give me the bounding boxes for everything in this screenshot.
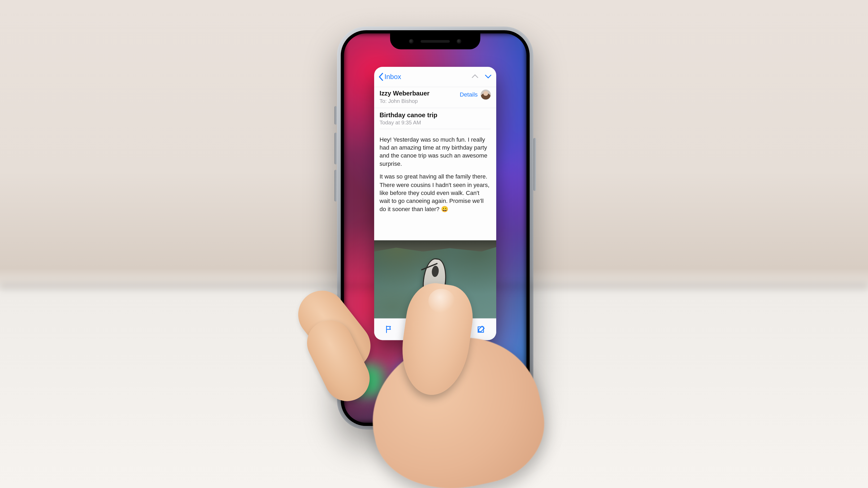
to-label: To: xyxy=(379,98,386,104)
phone-volume-down xyxy=(334,170,337,201)
dock-app-messages-icon xyxy=(442,364,474,396)
attachment-photo[interactable] xyxy=(374,240,496,318)
sensor-icon xyxy=(457,39,462,44)
sender-avatar[interactable] xyxy=(480,90,491,100)
scene-backdrop: Inbox xyxy=(0,0,868,488)
phone-volume-up xyxy=(334,133,337,164)
back-button[interactable]: Inbox xyxy=(379,73,401,80)
phone-bezel: Inbox xyxy=(341,30,530,426)
back-label: Inbox xyxy=(384,73,401,80)
body-paragraph-1: Hey! Yesterday was so much fun. I really… xyxy=(379,135,491,168)
folder-icon xyxy=(408,325,416,334)
mail-header: Izzy Weberbauer To: John Bishop Details xyxy=(374,87,496,108)
phone-power-button xyxy=(533,138,536,191)
phone-body: Inbox xyxy=(337,27,533,430)
mail-app-card[interactable]: Inbox xyxy=(374,67,496,340)
timestamp-label: Today at 9:35 AM xyxy=(379,120,491,129)
mail-navbar: Inbox xyxy=(374,67,496,87)
subject: Birthday canoe trip xyxy=(379,111,491,119)
body-paragraph-2: It was so great having all the family th… xyxy=(379,173,491,213)
archive-icon xyxy=(431,325,439,334)
phone-mute-switch xyxy=(334,106,337,125)
move-button[interactable] xyxy=(407,324,417,335)
mail-body[interactable]: Hey! Yesterday was so much fun. I really… xyxy=(374,132,496,218)
phone-notch xyxy=(390,33,480,49)
to-name: John Bishop xyxy=(388,98,418,104)
flag-button[interactable] xyxy=(384,324,394,335)
flag-icon xyxy=(385,325,394,334)
reply-icon xyxy=(454,325,463,334)
home-indicator[interactable] xyxy=(401,415,470,418)
svg-rect-0 xyxy=(432,326,439,328)
reply-button[interactable] xyxy=(453,324,464,335)
next-message-button[interactable] xyxy=(485,74,492,80)
compose-button[interactable] xyxy=(476,324,487,335)
chevron-down-icon xyxy=(485,74,492,79)
chevron-up-icon xyxy=(471,74,479,79)
subject-block: Birthday canoe trip Today at 9:35 AM xyxy=(374,108,496,131)
dock-app-safari-icon xyxy=(397,364,429,396)
archive-button[interactable] xyxy=(430,324,440,335)
front-camera-icon xyxy=(409,39,414,44)
details-button[interactable]: Details xyxy=(460,91,478,98)
from-name: Izzy Weberbauer xyxy=(379,90,429,97)
dock-app-phone-icon xyxy=(351,364,383,396)
dock-app-music-icon xyxy=(487,364,519,396)
prev-message-button[interactable] xyxy=(471,74,479,80)
mail-toolbar xyxy=(374,319,496,340)
chevron-left-icon xyxy=(379,73,383,80)
phone-screen[interactable]: Inbox xyxy=(344,33,526,423)
compose-icon xyxy=(477,325,486,334)
home-dock xyxy=(344,364,526,407)
speaker-grille xyxy=(421,40,450,43)
